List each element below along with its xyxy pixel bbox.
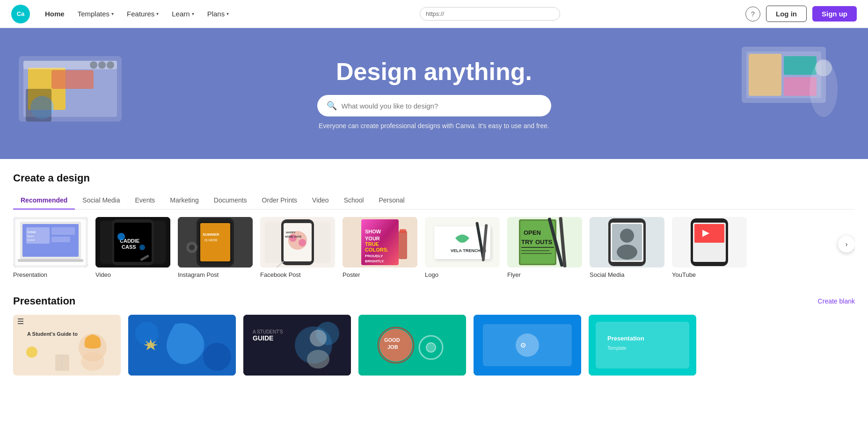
- hero-subtitle: Everyone can create professional designs…: [317, 122, 551, 130]
- login-button[interactable]: Log in: [766, 6, 807, 22]
- presentation-card-4[interactable]: GOOD JOB: [358, 315, 466, 376]
- plans-label: Plans: [207, 10, 225, 18]
- nav-features[interactable]: Features ▾: [121, 6, 164, 22]
- design-card-facebook[interactable]: HAPPY HOME DATE Facebook Post: [260, 217, 335, 278]
- svg-text:▶: ▶: [702, 228, 710, 238]
- tab-social-media[interactable]: Social Media: [75, 192, 127, 210]
- facebook-label: Facebook Post: [260, 271, 335, 278]
- pres-preview-4: GOOD JOB: [358, 315, 466, 376]
- svg-rect-93: [18, 318, 23, 319]
- svg-rect-5: [26, 89, 51, 122]
- design-cards-wrapper: Collab Space Central Presentation: [13, 217, 855, 282]
- presentation-card-1[interactable]: A Student's Guide to: [13, 315, 121, 376]
- pres-preview-5: ⊙: [474, 315, 581, 376]
- svg-text:GOOD: GOOD: [384, 337, 400, 343]
- svg-point-51: [299, 239, 306, 246]
- logo-text: Ca: [17, 10, 25, 17]
- design-card-social-media[interactable]: Social Media: [590, 217, 664, 278]
- plans-chevron: ▾: [226, 11, 229, 16]
- nav-home[interactable]: Home: [39, 6, 70, 22]
- signup-button[interactable]: Sign up: [812, 6, 857, 22]
- presentation-card-5[interactable]: ⊙: [474, 315, 581, 376]
- help-button[interactable]: ?: [745, 7, 760, 22]
- tab-documents[interactable]: Documents: [206, 192, 255, 210]
- svg-text:Space: Space: [27, 235, 34, 238]
- presentation-label: Presentation: [13, 271, 88, 278]
- video-label: Video: [95, 271, 170, 278]
- nav-plans[interactable]: Plans ▾: [202, 6, 235, 22]
- design-card-video[interactable]: CADDIE CASS Video: [95, 217, 170, 278]
- svg-text:SHOW: SHOW: [365, 229, 381, 234]
- design-card-presentation[interactable]: Collab Space Central Presentation: [13, 217, 88, 278]
- nav-learn[interactable]: Learn ▾: [166, 6, 199, 22]
- tab-recommended[interactable]: Recommended: [13, 192, 75, 210]
- svg-text:JOB: JOB: [387, 344, 398, 350]
- svg-text:TRUE: TRUE: [365, 241, 379, 247]
- design-card-youtube[interactable]: ▶ YouTube: [672, 217, 747, 278]
- learn-chevron: ▾: [192, 11, 194, 16]
- svg-text:HAPPY: HAPPY: [286, 231, 296, 234]
- svg-text:COLORS.: COLORS.: [365, 247, 388, 253]
- presentation-card-2[interactable]: [128, 315, 236, 376]
- presentation-card-3[interactable]: A STUDENT'S GUIDE: [243, 315, 351, 376]
- svg-text:CASS: CASS: [122, 244, 136, 250]
- tab-school[interactable]: School: [336, 192, 372, 210]
- help-icon: ?: [751, 10, 755, 18]
- svg-rect-95: [18, 323, 23, 324]
- templates-label: Templates: [78, 10, 109, 18]
- tab-marketing[interactable]: Marketing: [162, 192, 206, 210]
- design-card-instagram[interactable]: SUMMER IS HERE Instagram Post: [178, 217, 253, 278]
- svg-text:A STUDENT'S: A STUDENT'S: [253, 329, 283, 334]
- design-card-logo[interactable]: VELA TRENCHER Logo: [425, 217, 500, 278]
- facebook-preview: HAPPY HOME DATE: [260, 217, 335, 267]
- svg-rect-63: [399, 231, 407, 259]
- canva-logo[interactable]: Ca: [11, 5, 30, 23]
- tab-order-prints[interactable]: Order Prints: [255, 192, 305, 210]
- presentation-section-header: Presentation Create blank: [13, 295, 855, 307]
- social-media-preview: [590, 217, 664, 267]
- nav-center: [234, 7, 745, 21]
- logo-label: Logo: [425, 271, 500, 278]
- presentation-card-6[interactable]: Presentation Template: [589, 315, 696, 376]
- svg-text:SUMMER: SUMMER: [203, 232, 219, 237]
- pres-preview-1: A Student's Guide to: [13, 315, 121, 376]
- svg-rect-12: [749, 54, 781, 96]
- svg-text:Central: Central: [27, 239, 35, 241]
- svg-point-110: [310, 330, 327, 347]
- svg-point-86: [617, 245, 637, 260]
- tab-events[interactable]: Events: [128, 192, 163, 210]
- search-bar: 🔍: [317, 95, 551, 116]
- flyer-preview: OPEN TRY OUTS: [507, 217, 582, 267]
- hero-content: Design anything. 🔍 Everyone can create p…: [317, 58, 551, 130]
- svg-point-111: [307, 350, 329, 369]
- tab-video[interactable]: Video: [305, 192, 336, 210]
- svg-point-9: [107, 61, 114, 69]
- svg-point-98: [81, 352, 104, 371]
- svg-text:OPEN: OPEN: [524, 229, 541, 236]
- design-card-flyer[interactable]: OPEN TRY OUTS Flyer: [507, 217, 582, 278]
- main-content: Create a design Recommended Social Media…: [0, 172, 868, 379]
- svg-rect-40: [200, 223, 230, 261]
- url-bar[interactable]: [420, 7, 560, 21]
- search-input[interactable]: [342, 102, 542, 110]
- tab-personal[interactable]: Personal: [371, 192, 412, 210]
- nav-templates[interactable]: Templates ▾: [72, 6, 119, 22]
- hero-right-svg: [737, 42, 840, 145]
- svg-text:Collab: Collab: [27, 231, 36, 233]
- hero-right-decoration: [737, 42, 840, 145]
- svg-rect-23: [51, 237, 70, 242]
- social-media-label: Social Media: [590, 271, 664, 278]
- instagram-preview: SUMMER IS HERE: [178, 217, 253, 267]
- design-card-poster[interactable]: SHOW YOUR TRUE COLORS. PROUDLY BRIGHTLY.…: [343, 217, 417, 278]
- svg-point-35: [139, 245, 145, 250]
- create-blank-link[interactable]: Create blank: [818, 297, 855, 305]
- svg-text:TRY: TRY: [521, 239, 533, 246]
- presentation-cards-row: A Student's Guide to: [13, 315, 855, 379]
- pres-preview-2: [128, 315, 236, 376]
- pres-preview-3: A STUDENT'S GUIDE: [243, 315, 351, 376]
- scroll-right-button[interactable]: ›: [838, 236, 855, 253]
- svg-text:HOME DATE: HOME DATE: [285, 235, 302, 238]
- svg-rect-22: [51, 227, 75, 235]
- features-label: Features: [127, 10, 154, 18]
- pres-preview-6: Presentation Template: [589, 315, 696, 376]
